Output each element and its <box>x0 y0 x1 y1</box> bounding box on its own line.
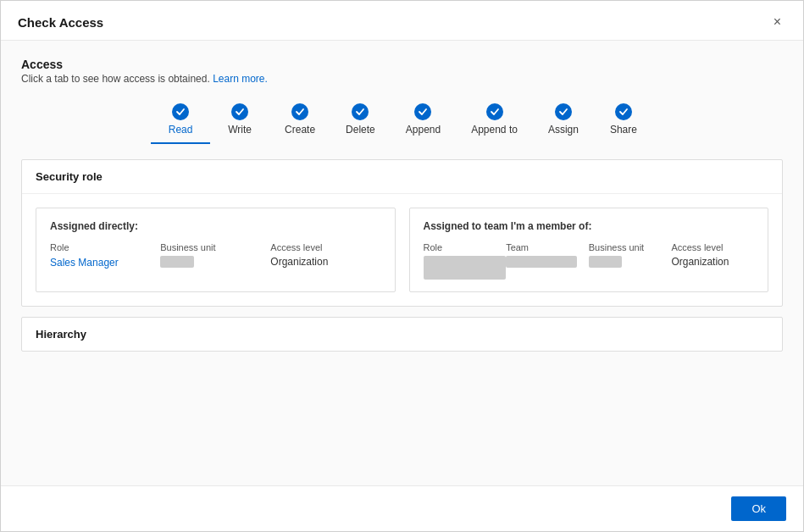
assigned-directly-col-headers: Role Business unit Access level <box>50 242 381 252</box>
hierarchy-section: Hierarchy <box>21 317 783 352</box>
tab-share-label: Share <box>610 124 637 136</box>
tabs-row: Read Write Create <box>21 98 783 144</box>
security-role-body: Assigned directly: Role Business unit Ac… <box>22 194 782 306</box>
delete-check-icon <box>352 103 369 120</box>
tab-assign-label: Assign <box>548 124 579 136</box>
access-subtitle: Click a tab to see how access is obtaine… <box>21 73 783 85</box>
dialog-title: Check Access <box>18 15 103 30</box>
team-role-cell: Common Data Serv... <box>424 256 507 280</box>
assigned-directly-row: Sales Manager can731 Organization <box>50 256 381 269</box>
check-access-dialog: Check Access × Access Click a tab to see… <box>0 0 804 532</box>
col-header-access2: Access level <box>671 242 754 252</box>
assigned-to-team-col-headers: Role Team Business unit Access level <box>424 242 755 252</box>
col-header-bu: Business unit <box>160 242 270 252</box>
ok-button[interactable]: Ok <box>731 496 786 521</box>
dialog-body: Access Click a tab to see how access is … <box>1 41 803 485</box>
create-check-icon <box>291 103 308 120</box>
team-access-cell: Organization <box>671 256 754 268</box>
col-header-role2: Role <box>424 242 507 252</box>
access-section: Access Click a tab to see how access is … <box>21 58 783 144</box>
assigned-directly-table: Role Business unit Access level Sales Ma… <box>50 242 381 269</box>
access-cell: Organization <box>270 256 380 268</box>
tab-read-label: Read <box>169 124 193 136</box>
tab-create[interactable]: Create <box>269 98 330 144</box>
assigned-to-team-row: Common Data Serv... test group team can7… <box>424 256 755 280</box>
read-check-icon <box>172 103 189 120</box>
hierarchy-header: Hierarchy <box>22 318 782 351</box>
dialog-header: Check Access × <box>1 1 803 41</box>
role-cell: Sales Manager <box>50 256 160 269</box>
team-name-blurred: test group team <box>506 256 576 268</box>
tab-delete-label: Delete <box>346 124 375 136</box>
team-name-cell: test group team <box>506 256 589 268</box>
team-bu-blurred: can731 <box>589 256 622 268</box>
col-header-role: Role <box>50 242 160 252</box>
close-button[interactable]: × <box>768 13 786 31</box>
role-link-manager[interactable]: Manager <box>75 257 119 269</box>
security-role-header: Security role <box>22 160 782 194</box>
assigned-to-team-table: Role Team Business unit Access level Com… <box>424 242 755 280</box>
tab-append[interactable]: Append <box>391 98 456 144</box>
tab-append-label: Append <box>406 124 441 136</box>
assign-check-icon <box>555 103 572 120</box>
assigned-to-team-card: Assigned to team I'm a member of: Role T… <box>409 208 769 292</box>
tab-write[interactable]: Write <box>210 98 269 144</box>
col-header-bu2: Business unit <box>589 242 672 252</box>
role-link-sales[interactable]: Sales <box>50 257 75 269</box>
tab-read[interactable]: Read <box>151 98 210 144</box>
append-to-check-icon <box>486 103 503 120</box>
team-role-blurred: Common Data Serv... <box>424 256 507 280</box>
col-header-team: Team <box>506 242 589 252</box>
team-bu-cell: can731 <box>589 256 672 268</box>
learn-more-link[interactable]: Learn more. <box>213 73 268 85</box>
assigned-directly-card: Assigned directly: Role Business unit Ac… <box>36 208 396 292</box>
security-role-section: Security role Assigned directly: Role Bu… <box>21 159 783 307</box>
tab-write-label: Write <box>228 124 252 136</box>
dialog-footer: Ok <box>1 485 803 531</box>
share-check-icon <box>615 103 632 120</box>
col-header-access: Access level <box>270 242 380 252</box>
tab-append-to-label: Append to <box>471 124 518 136</box>
write-check-icon <box>231 103 248 120</box>
tab-create-label: Create <box>285 124 315 136</box>
access-title: Access <box>21 58 783 71</box>
tab-share[interactable]: Share <box>594 98 653 144</box>
tab-delete[interactable]: Delete <box>330 98 391 144</box>
assigned-directly-title: Assigned directly: <box>50 220 381 232</box>
tab-assign[interactable]: Assign <box>533 98 594 144</box>
bu-blurred: can731 <box>160 256 193 268</box>
bu-cell: can731 <box>160 256 270 268</box>
tab-append-to[interactable]: Append to <box>456 98 533 144</box>
append-check-icon <box>414 103 431 120</box>
assigned-to-team-title: Assigned to team I'm a member of: <box>424 220 755 232</box>
